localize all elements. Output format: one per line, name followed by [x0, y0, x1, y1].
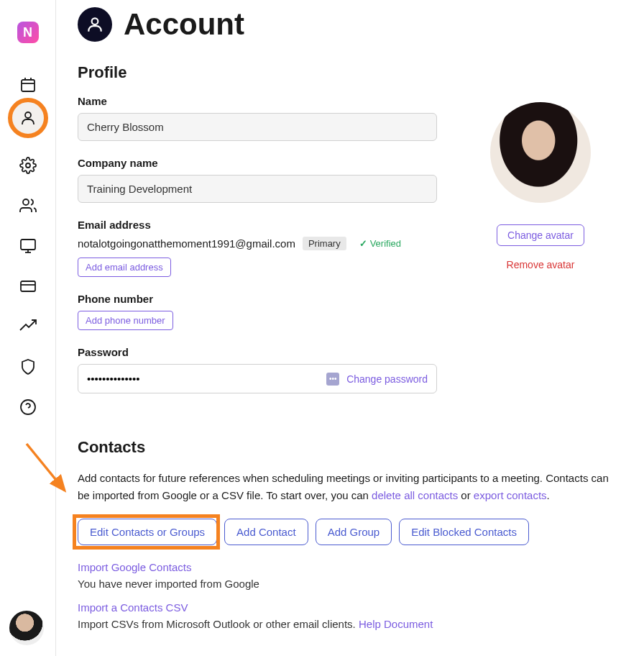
password-row: ••• Change password [78, 364, 437, 393]
add-contact-button[interactable]: Add Contact [224, 519, 308, 545]
help-icon[interactable] [15, 394, 41, 420]
profile-section-title: Profile [78, 63, 622, 82]
svg-rect-9 [21, 281, 35, 291]
primary-badge: Primary [303, 237, 346, 250]
company-label: Company name [78, 157, 437, 169]
add-email-button[interactable]: Add email address [78, 258, 171, 277]
change-avatar-button[interactable]: Change avatar [497, 224, 584, 246]
svg-point-13 [25, 112, 31, 118]
page-header: Account [78, 7, 622, 42]
contacts-description: Add contacts for future references when … [78, 470, 622, 504]
import-csv-link[interactable]: Import a Contacts CSV [78, 601, 188, 614]
svg-point-11 [21, 400, 35, 414]
shield-icon[interactable] [15, 354, 41, 380]
contacts-section-title: Contacts [78, 438, 622, 457]
trending-up-icon[interactable] [15, 314, 41, 340]
password-edit-icon[interactable]: ••• [326, 373, 339, 386]
remove-avatar-link[interactable]: Remove avatar [507, 259, 575, 270]
svg-rect-6 [21, 240, 35, 250]
name-label: Name [78, 95, 437, 107]
company-input[interactable] [78, 175, 437, 203]
svg-point-5 [23, 199, 29, 205]
annotation-arrow [23, 440, 73, 498]
edit-blocked-contacts-button[interactable]: Edit Blocked Contacts [399, 519, 529, 545]
verified-indicator: Verified [359, 238, 401, 249]
profile-avatar [490, 102, 591, 203]
gear-icon[interactable] [15, 152, 41, 178]
edit-contacts-groups-button[interactable]: Edit Contacts or Groups [78, 519, 217, 545]
svg-line-14 [27, 444, 65, 491]
users-icon[interactable] [15, 193, 41, 219]
svg-point-4 [26, 163, 30, 168]
password-label: Password [78, 346, 437, 358]
change-password-link[interactable]: Change password [346, 373, 428, 385]
svg-point-15 [92, 18, 98, 24]
name-input[interactable] [78, 113, 437, 141]
credit-card-icon[interactable] [15, 273, 41, 299]
account-icon-highlight[interactable] [8, 98, 48, 138]
calendar-icon[interactable] [15, 72, 41, 98]
import-google-subtext: You have never imported from Google [78, 578, 259, 590]
delete-all-contacts-link[interactable]: delete all contacts [372, 489, 458, 501]
email-label: Email address [78, 219, 437, 231]
phone-label: Phone number [78, 293, 437, 305]
export-contacts-link[interactable]: export contacts [474, 489, 547, 501]
main-content: Account Profile Name Company name Email … [56, 0, 644, 656]
help-document-link[interactable]: Help Document [359, 618, 433, 630]
add-group-button[interactable]: Add Group [316, 519, 392, 545]
import-google-link[interactable]: Import Google Contacts [78, 561, 191, 573]
sidebar-user-avatar[interactable] [9, 611, 44, 645]
page-title: Account [124, 7, 244, 42]
import-csv-description: Import CSVs from Microsoft Outlook or ot… [78, 618, 433, 630]
svg-rect-0 [22, 80, 34, 91]
monitor-icon[interactable] [15, 233, 41, 259]
app-logo[interactable]: N [17, 22, 39, 43]
email-value: notalotgoingonatthemoment1991@gmail.com [78, 237, 295, 250]
add-phone-button[interactable]: Add phone number [78, 311, 173, 330]
account-header-icon [78, 7, 112, 42]
password-field [78, 365, 326, 392]
